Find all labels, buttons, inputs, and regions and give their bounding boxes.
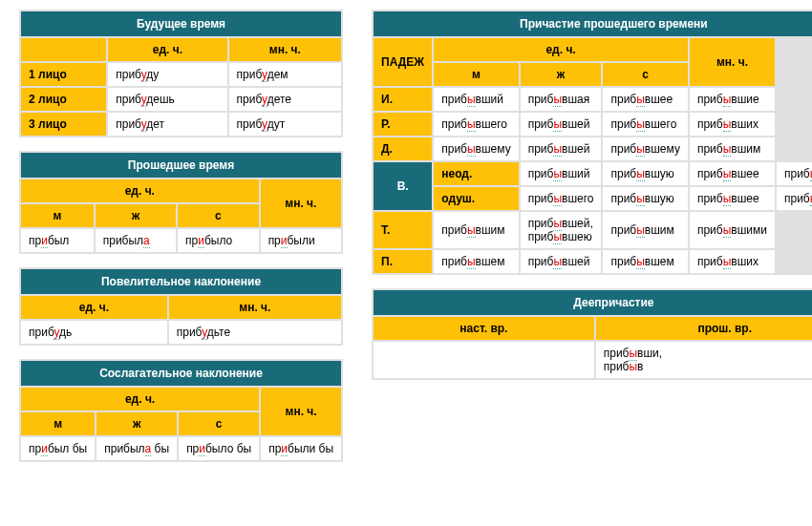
cell: прибудут	[229, 113, 342, 136]
case-nom: И.	[374, 88, 432, 111]
case-prep: П.	[374, 250, 432, 273]
case-gen: Р.	[374, 113, 432, 136]
cell: прибывших	[777, 187, 812, 210]
cell-empty	[374, 342, 594, 378]
cell: прибывшую	[603, 187, 687, 210]
header-f: ж	[96, 204, 176, 227]
header-n: с	[603, 63, 687, 86]
header-sg: ед. ч.	[21, 388, 259, 410]
cell: прибывшими	[690, 212, 775, 248]
header-pl: мн. ч.	[261, 388, 341, 435]
header-sg: ед. ч.	[434, 38, 688, 61]
participle-table: Причастие прошедшего времени ПАДЕЖед. ч.…	[372, 10, 812, 275]
case-ins: Т.	[374, 212, 432, 248]
row-3person: 3 лицо	[21, 113, 106, 136]
cell: прибывшего	[521, 187, 602, 210]
cell: прибывшим	[603, 212, 687, 248]
cell: прибывшую	[603, 162, 687, 185]
cell: прибывших	[690, 250, 775, 273]
header-n: с	[179, 412, 259, 435]
imperative-title: Повелительное наклонение	[21, 269, 341, 294]
past-tense-table: Прошедшее время ед. ч.мн. ч. мжс прибыл …	[19, 151, 343, 254]
subjunctive-table: Сослагательное наклонение ед. ч.мн. ч. м…	[19, 359, 343, 462]
case-acc: В.	[374, 162, 432, 210]
cell: прибывшего	[434, 113, 518, 136]
cell: прибудете	[229, 88, 342, 111]
header-sg: ед. ч.	[21, 179, 259, 202]
cell: прибыли бы	[261, 437, 341, 460]
row-1person: 1 лицо	[21, 63, 106, 86]
cell: прибывшем	[603, 250, 687, 273]
header-sg: ед. ч.	[21, 296, 167, 319]
case-acc-inan: неод.	[434, 162, 518, 185]
cell: прибыл	[21, 229, 94, 252]
cell: прибывшее	[690, 187, 775, 210]
right-column: Причастие прошедшего времени ПАДЕЖед. ч.…	[372, 10, 812, 380]
header-past: прош. вр.	[596, 317, 812, 340]
cell: прибыли	[261, 229, 341, 252]
header-case: ПАДЕЖ	[374, 38, 432, 86]
row-2person: 2 лицо	[21, 88, 106, 111]
left-column: Будущее время ед. ч.мн. ч. 1 лицо прибуд…	[19, 10, 343, 462]
gerund-table: Деепричастие наст. вр.прош. вр. прибывши…	[372, 288, 812, 380]
cell: прибывшей	[521, 113, 602, 136]
cell: прибывший	[521, 162, 602, 185]
cell: прибывшей,прибывшею	[521, 212, 602, 248]
future-title: Будущее время	[21, 11, 341, 36]
cell: прибыла бы	[96, 437, 177, 460]
cell: прибыл бы	[21, 437, 95, 460]
cell: прибудь	[21, 321, 167, 344]
cell: прибудешь	[108, 88, 226, 111]
header-pl: мн. ч.	[229, 38, 342, 61]
cell: прибывшей	[521, 250, 602, 273]
future-tense-table: Будущее время ед. ч.мн. ч. 1 лицо прибуд…	[19, 10, 343, 137]
header-m: м	[434, 63, 518, 86]
cell: прибывшему	[603, 137, 687, 160]
cell: прибыло	[178, 229, 259, 252]
cell: прибывшим	[434, 212, 518, 248]
header-n: с	[178, 204, 259, 227]
cell: прибывшем	[434, 250, 518, 273]
cell: прибыло бы	[179, 437, 259, 460]
gerund-title: Деепричастие	[374, 290, 812, 315]
cell: прибывшее	[690, 162, 775, 185]
header-f: ж	[521, 63, 602, 86]
cell: прибывши,прибыв	[596, 342, 812, 378]
header-m: м	[21, 204, 94, 227]
cell: прибывшей	[521, 137, 602, 160]
cell: прибыла	[96, 229, 176, 252]
cell: прибудьте	[169, 321, 341, 344]
cell: прибуду	[108, 63, 226, 86]
case-dat: Д.	[374, 137, 432, 160]
cell: прибудет	[108, 113, 226, 136]
cell: прибывшего	[603, 113, 687, 136]
cell: прибывшие	[777, 162, 812, 185]
past-title: Прошедшее время	[21, 153, 341, 178]
cell: прибывших	[690, 113, 775, 136]
cell: прибывшим	[690, 137, 775, 160]
header-pl: мн. ч.	[690, 38, 775, 86]
header-pl: мн. ч.	[169, 296, 341, 319]
header-sg: ед. ч.	[108, 38, 226, 61]
header-pl: мн. ч.	[261, 179, 341, 227]
cell: прибудем	[229, 63, 342, 86]
header-m: м	[21, 412, 95, 435]
cell: прибывшее	[603, 88, 687, 111]
participle-title: Причастие прошедшего времени	[374, 11, 812, 36]
subjunctive-title: Сослагательное наклонение	[21, 361, 341, 386]
header-f: ж	[96, 412, 177, 435]
cell: прибывшая	[521, 88, 602, 111]
case-acc-anim: одуш.	[434, 187, 518, 210]
cell: прибывшие	[690, 88, 775, 111]
cell: прибывшему	[434, 137, 518, 160]
imperative-table: Повелительное наклонение ед. ч.мн. ч. пр…	[19, 267, 343, 346]
header-present: наст. вр.	[374, 317, 594, 340]
cell: прибывший	[434, 88, 518, 111]
